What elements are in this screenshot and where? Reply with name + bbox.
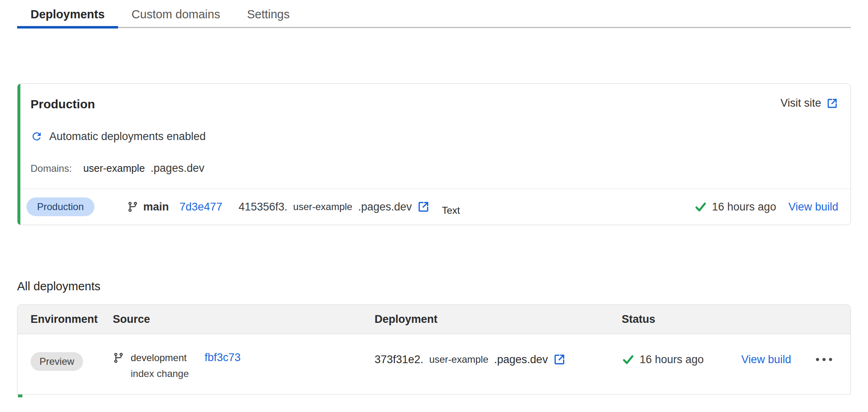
column-status: Status <box>622 313 846 326</box>
production-title: Production <box>31 97 95 112</box>
status-time: 16 hours ago <box>640 353 704 366</box>
column-deployment: Deployment <box>375 313 622 326</box>
table-row: Preview development fbf3c73 index change… <box>18 334 850 394</box>
next-row-accent-peek <box>18 394 22 397</box>
deployment-suffix: .pages.dev <box>494 353 548 366</box>
deployments-table: Environment Source Deployment Status Pre… <box>17 305 851 394</box>
tab-bar: Deployments Custom domains Settings <box>17 0 851 28</box>
tab-custom-domains[interactable]: Custom domains <box>118 7 234 28</box>
external-link-icon[interactable] <box>553 353 566 366</box>
all-deployments-title: All deployments <box>17 279 851 294</box>
overflow-menu-icon[interactable] <box>814 356 834 363</box>
production-card-body: Production Visit site Automatic deploym <box>18 84 850 188</box>
production-accent-bar <box>18 84 20 225</box>
source-cell: development fbf3c73 index change <box>113 351 375 379</box>
tab-deployments[interactable]: Deployments <box>17 7 118 28</box>
visit-site-label: Visit site <box>780 97 821 110</box>
domain-name: user-example <box>83 162 145 174</box>
commit-hash-link[interactable]: 7d3e477 <box>180 201 222 213</box>
commit-hash-link[interactable]: fbf3c73 <box>204 351 241 364</box>
check-icon <box>694 200 707 213</box>
tab-deployments-label: Deployments <box>31 8 105 21</box>
domain-suffix: .pages.dev <box>151 162 204 175</box>
stray-text-label: Text <box>442 205 460 216</box>
tab-settings-label: Settings <box>247 8 290 21</box>
git-branch-icon <box>113 352 124 364</box>
environment-badge: Production <box>26 197 94 216</box>
deployment-url: 415356f3. user-example .pages.dev <box>239 200 430 213</box>
view-build-link[interactable]: View build <box>741 353 791 366</box>
production-card: Production Visit site Automatic deploym <box>17 83 851 225</box>
production-status: 16 hours ago View build <box>694 200 838 213</box>
visit-site-link[interactable]: Visit site <box>780 97 838 110</box>
tab-settings[interactable]: Settings <box>234 7 303 28</box>
external-link-icon <box>826 97 838 110</box>
table-header: Environment Source Deployment Status <box>18 305 850 334</box>
column-environment: Environment <box>31 313 113 326</box>
external-link-icon[interactable] <box>417 200 430 213</box>
status-cell: 16 hours ago View build <box>622 351 846 366</box>
status-time: 16 hours ago <box>712 201 776 213</box>
domains-label: Domains: <box>31 163 72 174</box>
refresh-icon <box>31 130 43 142</box>
environment-badge: Preview <box>31 352 83 371</box>
deployment-suffix: .pages.dev <box>358 201 412 213</box>
auto-deployments-text: Automatic deployments enabled <box>49 129 206 143</box>
column-source: Source <box>113 313 375 326</box>
deployment-id: 415356f3. <box>239 201 287 213</box>
commit-message: index change <box>131 368 189 379</box>
deployment-id: 373f31e2. <box>375 353 423 366</box>
production-deployment-row: Production main 7d3e477 415356f3. user-e… <box>18 188 850 225</box>
deployment-cell: 373f31e2. user-example .pages.dev <box>375 351 622 366</box>
deployment-name: user-example <box>429 354 488 365</box>
tab-custom-domains-label: Custom domains <box>132 8 220 21</box>
view-build-link[interactable]: View build <box>788 201 838 213</box>
all-deployments-section: All deployments Environment Source Deplo… <box>17 279 851 394</box>
branch-name: main <box>143 201 169 213</box>
git-branch-icon <box>127 201 138 213</box>
branch-name: development <box>131 352 186 364</box>
deployment-name: user-example <box>293 201 352 213</box>
check-icon <box>622 353 635 366</box>
